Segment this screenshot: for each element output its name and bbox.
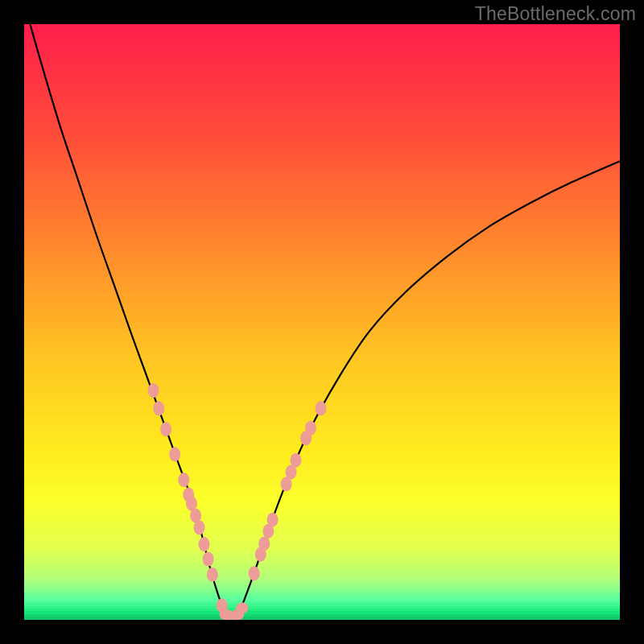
data-marker — [169, 447, 180, 461]
data-marker — [267, 513, 279, 527]
data-marker — [148, 383, 159, 398]
markers-left-branch — [148, 383, 228, 613]
plot-area — [24, 24, 620, 620]
data-marker — [194, 520, 205, 535]
chart-frame: TheBottleneck.com — [0, 0, 644, 644]
curve-layer — [24, 24, 620, 620]
data-marker — [249, 566, 260, 580]
data-marker — [160, 422, 171, 436]
data-marker — [178, 473, 189, 487]
data-marker — [316, 401, 327, 415]
data-marker — [236, 602, 248, 613]
data-marker — [198, 537, 209, 551]
data-marker — [290, 453, 301, 468]
markers-right-branch — [249, 401, 327, 580]
data-marker — [153, 401, 164, 415]
data-marker — [305, 421, 316, 436]
watermark-text: TheBottleneck.com — [475, 3, 636, 25]
data-marker — [203, 552, 214, 567]
data-marker — [207, 568, 218, 582]
bottleneck-curve — [30, 24, 620, 617]
data-marker — [258, 536, 270, 551]
